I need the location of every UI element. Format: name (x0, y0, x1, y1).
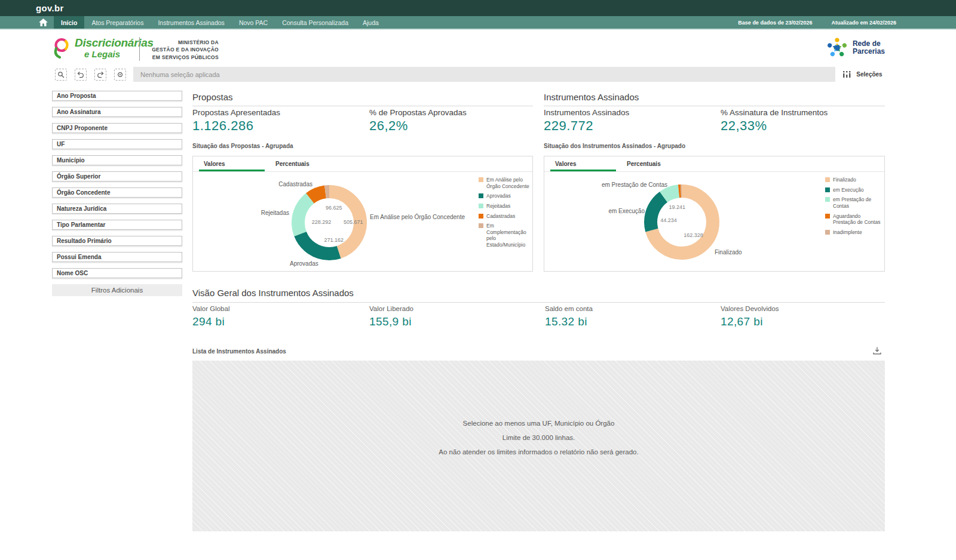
visao-geral-title: Visão Geral dos Instrumentos Assinados (192, 288, 885, 303)
main-nav: Início Atos Preparatórios Instrumentos A… (0, 16, 956, 30)
propostas-section-title: Propostas (192, 92, 533, 106)
value-label-aprovadas: 271.162 (324, 237, 344, 243)
legend-item[interactable]: Cadastradas (479, 213, 532, 220)
discricionarias-logo: Discricionárias e Legais (52, 36, 154, 60)
legend-item[interactable]: Inadimplente (825, 229, 884, 236)
dashboard-main: Propostas Propostas Apresentadas 1.126.2… (192, 88, 885, 560)
legend-item[interactable]: Em Análise pelo Órgão Concedente (479, 177, 532, 189)
propostas-chart-title: Situação das Propostas - Agrupada (192, 143, 293, 149)
kpi-saldo-em-conta: Saldo em conta 15.32 bi (545, 304, 593, 328)
instrumentos-chart-title: Situação dos Instrumentos Assinados - Ag… (544, 143, 685, 149)
home-button[interactable] (33, 16, 54, 29)
nav-item-inicio[interactable]: Início (54, 16, 84, 29)
clear-selections-button[interactable] (114, 69, 126, 81)
database-date-label: Base de dados de 23/02/2026 (738, 20, 812, 26)
value-label-finalizado: 162.328 (684, 232, 703, 238)
instrumentos-chart-card: Valores Percentuais 19.241 44.234 162.32… (544, 156, 885, 272)
rede-de-parcerias-logo: Rede de Parcerias (825, 36, 885, 60)
page-header: Discricionárias e Legais MINISTÉRIO DA G… (0, 31, 956, 67)
step-back-button[interactable] (75, 69, 87, 81)
home-icon (39, 19, 48, 26)
legend-swatch (479, 214, 483, 219)
discricionarias-logo-mark (52, 36, 70, 60)
legend-item[interactable]: Aprovadas (479, 193, 532, 199)
govbr-logo[interactable]: gov.br (36, 3, 64, 13)
legend-item[interactable]: em Prestação de Contas (825, 196, 884, 209)
legend-item[interactable]: Em Complementação pelo Estado/Município (479, 223, 532, 248)
download-button[interactable] (873, 346, 881, 357)
filter-municipio[interactable]: Município (52, 155, 182, 165)
nav-item-instrumentos-assinados[interactable]: Instrumentos Assinados (151, 16, 231, 29)
filter-ano-proposta[interactable]: Ano Proposta (52, 91, 182, 101)
filter-orgao-superior[interactable]: Órgão Superior (52, 171, 182, 181)
legend-item[interactable]: Aguardando Prestação de Contas (825, 213, 884, 226)
legend-swatch (825, 177, 830, 182)
smart-search-button[interactable] (55, 69, 67, 81)
instrumentos-legend: Finalizado em Execução em Prestação de C… (825, 177, 884, 235)
value-label-rejeitadas: 228.292 (312, 219, 332, 225)
legend-item[interactable]: Rejeitadas (479, 203, 532, 210)
partner-line1: Rede de (853, 40, 885, 48)
partner-line2: Parcerias (853, 48, 885, 56)
lista-title: Lista de Instrumentos Assinados (192, 348, 286, 355)
undo-arrow-icon (77, 71, 84, 78)
filter-cnpj-proponente[interactable]: CNPJ Proponente (52, 123, 182, 133)
propostas-chart-card: Valores Percentuais 96.625 228.292 505.6… (192, 156, 533, 272)
filter-resultado-primario[interactable]: Resultado Primário (52, 236, 182, 246)
propostas-legend: Em Análise pelo Órgão Concedente Aprovad… (479, 177, 532, 248)
tab-valores[interactable]: Valores (199, 156, 265, 171)
slice-label-execucao: em Execução (608, 208, 645, 214)
kpi-percent-propostas-aprovadas: % de Propostas Aprovadas 26,2% (369, 109, 467, 134)
filter-natureza-juridica[interactable]: Natureza Jurídica (52, 204, 182, 214)
selections-input[interactable]: Nenhuma seleção aplicada (133, 67, 835, 82)
clear-selections-icon (117, 71, 124, 78)
slice-label-prestacao: em Prestação de Contas (602, 181, 667, 188)
additional-filters-button[interactable]: Filtros Adicionais (52, 284, 182, 296)
step-forward-button[interactable] (94, 69, 106, 81)
tab-valores[interactable]: Valores (550, 156, 616, 171)
legend-swatch (479, 193, 483, 198)
value-label-em-analise: 505.671 (344, 219, 363, 225)
empty-state-line1: Selecione ao menos uma UF, Município ou … (463, 420, 615, 427)
legend-swatch (825, 230, 830, 235)
filter-uf[interactable]: UF (52, 139, 182, 149)
nav-item-atos-preparatorios[interactable]: Atos Preparatórios (84, 16, 151, 29)
propostas-chart-tabs: Valores Percentuais (193, 156, 532, 172)
slice-label-aprovadas: Aprovadas (290, 260, 318, 267)
slice-label-em-analise: Em Análise pelo Órgão Concedente (370, 214, 465, 220)
filter-possui-emenda[interactable]: Possui Emenda (52, 252, 182, 262)
instrumentos-chart-tabs: Valores Percentuais (544, 156, 884, 172)
instrumentos-section-title: Instrumentos Assinados (544, 92, 885, 106)
header-divider (139, 37, 140, 61)
brand-line2: e Legais (84, 50, 154, 59)
instrumentos-donut-chart[interactable] (643, 183, 721, 261)
legend-swatch (825, 214, 830, 219)
legend-item[interactable]: em Execução (825, 187, 884, 193)
rede-star-icon (825, 36, 849, 60)
filter-tipo-parlamentar[interactable]: Tipo Parlamentar (52, 220, 182, 230)
govbr-top-bar: gov.br (0, 0, 956, 16)
nav-item-novo-pac[interactable]: Novo PAC (232, 16, 275, 29)
ministry-logo-text: MINISTÉRIO DA GESTÃO E DA INOVAÇÃO EM SE… (148, 39, 219, 61)
slice-label-rejeitadas: Rejeitadas (261, 210, 289, 216)
selections-tool-button[interactable]: Seleções (835, 67, 890, 82)
updated-date-label: Atualizado em 24/02/2026 (831, 20, 896, 26)
nav-item-consulta-personalizada[interactable]: Consulta Personalizada (275, 16, 356, 29)
empty-state-line3: Ao não atender os limites informados o r… (439, 448, 638, 456)
slice-label-cadastradas: Cadastradas (278, 181, 312, 187)
tab-percentuais[interactable]: Percentuais (271, 156, 336, 171)
nav-item-ajuda[interactable]: Ajuda (356, 16, 386, 29)
kpi-propostas-apresentadas: Propostas Apresentadas 1.126.286 (192, 109, 280, 134)
lista-empty-state: Selecione ao menos uma UF, Município ou … (192, 361, 885, 531)
tab-percentuais[interactable]: Percentuais (622, 156, 688, 171)
legend-swatch (479, 177, 483, 182)
legend-swatch (825, 187, 830, 192)
kpi-valor-liberado: Valor Liberado 155,9 bi (369, 304, 413, 328)
filter-orgao-concedente[interactable]: Órgão Concedente (52, 187, 182, 198)
filter-ano-assinatura[interactable]: Ano Assinatura (52, 107, 182, 117)
legend-swatch (825, 197, 830, 202)
value-label-prestacao: 19.241 (669, 204, 685, 210)
legend-item[interactable]: Finalizado (825, 177, 884, 183)
filter-nome-osc[interactable]: Nome OSC (52, 268, 182, 278)
brand-line1: Discricionárias (75, 37, 154, 48)
